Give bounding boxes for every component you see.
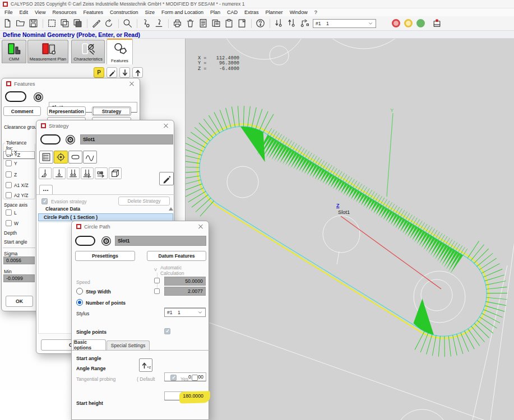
bookmark-icon[interactable] [237, 18, 247, 28]
move-up-button[interactable] [132, 67, 143, 78]
tab-cmm[interactable]: CMM [2, 40, 26, 63]
stylus-selector-dropdown[interactable]: #1 1 [313, 19, 376, 28]
print-icon[interactable] [173, 18, 182, 28]
probe-floor-icon [54, 169, 64, 178]
probe-config-icon[interactable] [300, 18, 309, 28]
close-icon[interactable] [128, 80, 135, 87]
new-document-icon[interactable] [3, 18, 12, 28]
probe-question-icon[interactable] [141, 18, 151, 28]
stylus-dropdown[interactable]: #1 1 [164, 308, 206, 317]
tolerance-z-checkbox[interactable] [6, 171, 12, 178]
probe-mode-5-button[interactable] [95, 167, 108, 179]
scroll-up-icon[interactable] [169, 207, 173, 211]
copy-icon[interactable] [60, 18, 70, 28]
datum-features-button[interactable]: Datum Features [147, 251, 206, 261]
space-axis-l-checkbox[interactable] [6, 209, 12, 216]
bounding-box-button[interactable] [109, 167, 122, 179]
menu-form-and-location[interactable]: Form and Location [161, 10, 203, 15]
save-icon[interactable] [29, 18, 38, 28]
slot-path-strategy-button[interactable] [68, 151, 82, 164]
circle-path-titlebar[interactable]: Circle Path [72, 221, 209, 231]
tab-characteristics[interactable]: Characteristics [71, 40, 105, 63]
tolerance-x-checkbox[interactable] [6, 149, 12, 155]
circle-path-strategy-button[interactable] [54, 151, 68, 164]
probe-floor-icon[interactable] [154, 18, 164, 28]
tab-measurement-plan[interactable]: Measurement Plan [27, 40, 68, 63]
circle-path-list-item[interactable]: Circle Path ( 1 Section ) [38, 213, 173, 221]
help-icon[interactable] [256, 18, 265, 28]
features-ok-button[interactable]: OK [6, 296, 33, 307]
close-icon[interactable] [197, 223, 204, 230]
strategy-button[interactable]: Strategy [92, 106, 131, 116]
single-points-checkbox[interactable] [164, 328, 170, 334]
curve-strategy-button[interactable] [83, 151, 97, 164]
report-list-icon[interactable] [198, 18, 208, 28]
menu-size[interactable]: Size [145, 10, 155, 15]
strategy-dialog-titlebar[interactable]: Strategy [36, 120, 174, 130]
presettings-button[interactable]: Presettings [75, 251, 135, 261]
menu-view[interactable]: View [35, 10, 45, 15]
probe-mode-1-button[interactable] [39, 167, 52, 179]
tolerance-a1-checkbox[interactable] [6, 182, 12, 188]
menu-plan[interactable]: Plan [210, 10, 220, 15]
menu-resources[interactable]: Resources [52, 10, 76, 15]
step-width-radio[interactable] [76, 288, 83, 295]
menu-window[interactable]: Window [290, 10, 308, 15]
number-of-points-radio[interactable] [76, 299, 83, 306]
menu-edit[interactable]: Edit [20, 10, 29, 15]
probe-mode-3-button[interactable] [67, 167, 80, 179]
tab-basic-options[interactable]: Basic options [73, 339, 106, 350]
tab-features[interactable]: Features [106, 39, 133, 64]
clipboard-icon[interactable] [224, 18, 234, 28]
move-down-button[interactable] [119, 67, 130, 78]
tolerance-y-checkbox[interactable] [6, 160, 12, 166]
edit-pencil-button[interactable] [106, 67, 117, 78]
cmm-machine-icon[interactable] [432, 18, 442, 28]
copy-pages-icon[interactable] [211, 18, 221, 28]
close-icon[interactable] [163, 122, 169, 129]
delete-icon[interactable] [186, 18, 195, 28]
step-width-auto-checkbox[interactable] [154, 288, 160, 294]
probe-down-icon[interactable] [274, 18, 284, 28]
menu-planner[interactable]: Planner [266, 10, 283, 15]
delete-strategy-button[interactable]: Delete Strategy [118, 197, 170, 206]
probe-mode-4-button[interactable] [81, 167, 94, 179]
representation-button[interactable]: Representation [47, 106, 86, 116]
menu-features[interactable]: Features [83, 10, 103, 15]
menu-file[interactable]: File [4, 10, 13, 15]
probe-mode-2-button[interactable] [53, 167, 66, 179]
space-axis-w-checkbox[interactable] [6, 220, 12, 226]
z-direction-button[interactable]: +z [139, 358, 152, 372]
paste-icon[interactable] [73, 18, 82, 28]
point-list-button[interactable] [39, 151, 53, 164]
cad-viewport[interactable] [185, 39, 514, 420]
menu-construction[interactable]: Construction [110, 10, 138, 15]
arrow-down-icon [121, 69, 129, 77]
selection-marquee-icon[interactable] [47, 18, 57, 28]
recall-feature-button[interactable] [31, 90, 45, 104]
evasion-strategy-checkbox[interactable] [41, 198, 48, 204]
y-axis-label: Y [390, 107, 393, 113]
tolerance-a2-checkbox[interactable] [6, 192, 12, 198]
rotate-tool-icon[interactable] [104, 18, 114, 28]
status-light-green[interactable] [416, 19, 425, 27]
angle-range-input[interactable]: 180.0000 [164, 391, 206, 400]
tangential-default-checkbox[interactable] [170, 375, 177, 381]
speed-auto-checkbox[interactable] [154, 278, 160, 283]
tangential-yes-checkbox[interactable] [192, 375, 198, 381]
status-light-yellow[interactable] [404, 19, 413, 27]
open-folder-icon[interactable] [16, 18, 25, 28]
pattern-button[interactable]: P [94, 67, 104, 78]
comment-button[interactable]: Comment [3, 106, 41, 116]
probe-up-icon[interactable] [287, 18, 297, 28]
features-dialog-titlebar[interactable]: Features [2, 78, 140, 88]
search-icon[interactable] [123, 18, 132, 28]
menu-extras[interactable]: Extras [244, 10, 259, 15]
tab-special-settings[interactable]: Special Settings [106, 340, 150, 350]
strategy-dots-tab[interactable]: ••• [39, 185, 53, 194]
status-light-red[interactable] [392, 19, 400, 27]
menu-cad[interactable]: CAD [227, 10, 238, 15]
edit-strategy-button[interactable] [159, 172, 174, 185]
menu-help[interactable]: ? [314, 10, 317, 15]
brush-icon[interactable] [91, 18, 101, 28]
